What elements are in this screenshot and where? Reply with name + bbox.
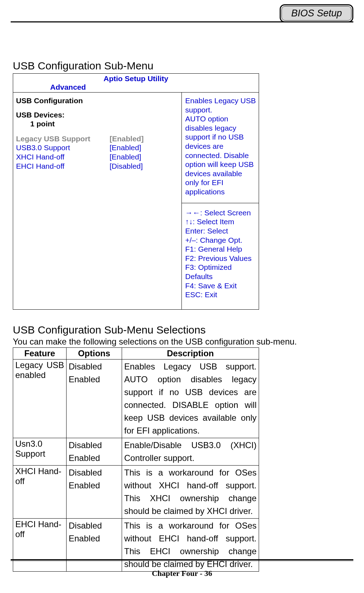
cell-options: Disabled Enabled	[67, 359, 122, 438]
cell-description: This is a workaround for OSes without XH…	[122, 465, 259, 518]
cell-description: Enable/Disable USB3.0 (XHCI) Controller …	[122, 438, 259, 465]
table-row: Legacy USBenabledDisabled EnabledEnables…	[13, 359, 259, 438]
bios-help-rest: support. AUTO option disables legacy sup…	[185, 105, 256, 196]
bios-setting-row: XHCI Hand-off[Enabled]	[16, 152, 179, 162]
cell-options: Disabled Enabled	[67, 465, 122, 518]
page-content: USB Configuration Sub-Menu Aptio Setup U…	[11, 22, 353, 572]
usb-devices-label: USB Devices:	[16, 110, 179, 120]
cell-description: This is a workaround for OSes without EH…	[122, 518, 259, 571]
bios-setting-label: USB3.0 Support	[16, 143, 110, 152]
bios-setting-label: Legacy USB Support	[16, 134, 110, 143]
bios-setting-row: EHCI Hand-off[Disabled]	[16, 162, 179, 171]
bios-setting-row: USB3.0 Support[Enabled]	[16, 143, 179, 152]
section-title-usb-submenu: USB Configuration Sub-Menu	[13, 60, 351, 72]
col-feature: Feature	[13, 347, 67, 359]
bios-tab-advanced: Advanced	[15, 83, 257, 91]
bios-setting-value: [Enabled]	[110, 143, 141, 152]
table-row: XHCI Hand-offDisabled EnabledThis is a w…	[13, 465, 259, 518]
header-rule: BIOS Setup	[11, 21, 353, 22]
bios-setting-value: [Enabled]	[110, 152, 141, 162]
col-description: Description	[122, 347, 259, 359]
bios-settings-pane: USB Configuration USB Devices: 1 point L…	[13, 93, 182, 309]
cell-feature: XHCI Hand-off	[13, 465, 67, 518]
header-badge: BIOS Setup	[280, 4, 353, 22]
cell-feature: Legacy USBenabled	[13, 359, 67, 438]
bios-help-line1: Enables Legacy USB	[185, 96, 256, 105]
table-header-row: Feature Options Description	[13, 347, 259, 359]
cell-options: Disabled Enabled	[67, 518, 122, 571]
bios-panel: Aptio Setup Utility Advanced USB Configu…	[13, 73, 259, 310]
bios-setting-label: EHCI Hand-off	[16, 162, 110, 171]
usb-devices-value: 1 point	[16, 119, 179, 128]
bios-setting-label: XHCI Hand-off	[16, 152, 110, 162]
table-row: Usn3.0 SupportDisabled EnabledEnable/Dis…	[13, 438, 259, 465]
cell-options: Disabled Enabled	[67, 438, 122, 465]
bios-panel-header: Aptio Setup Utility Advanced	[13, 74, 259, 93]
bios-help-text: Enables Legacy USB support. AUTO option …	[182, 93, 259, 203]
bios-utility-title: Aptio Setup Utility	[15, 74, 257, 83]
selections-table: Feature Options Description Legacy USBen…	[13, 347, 259, 572]
bios-body: USB Configuration USB Devices: 1 point L…	[13, 93, 259, 309]
bios-panel-heading: USB Configuration	[16, 96, 179, 105]
footer-text: Chapter Four - 36	[0, 569, 364, 578]
cell-description: Enables Legacy USB support. AUTO option …	[122, 359, 259, 438]
selections-intro: You can make the following selections on…	[13, 337, 351, 347]
bios-setting-value: [Disabled]	[110, 162, 143, 171]
bios-help-pane: Enables Legacy USB support. AUTO option …	[182, 93, 259, 309]
bios-settings-list: Legacy USB Support[Enabled]USB3.0 Suppor…	[16, 134, 179, 170]
col-options: Options	[67, 347, 122, 359]
bios-nav-help: →←: Select Screen ↑↓: Select Item Enter:…	[182, 203, 259, 309]
usb-devices-block: USB Devices: 1 point	[16, 110, 179, 128]
footer-rule	[11, 559, 353, 561]
cell-feature: EHCI Hand-off	[13, 518, 67, 571]
section-title-selections: USB Configuration Sub-Menu Selections	[13, 324, 351, 336]
header-badge-text: BIOS Setup	[281, 6, 352, 21]
bios-setting-row: Legacy USB Support[Enabled]	[16, 134, 179, 143]
cell-feature: Usn3.0 Support	[13, 438, 67, 465]
table-row: EHCI Hand-offDisabled EnabledThis is a w…	[13, 518, 259, 571]
bios-setting-value: [Enabled]	[110, 134, 144, 143]
